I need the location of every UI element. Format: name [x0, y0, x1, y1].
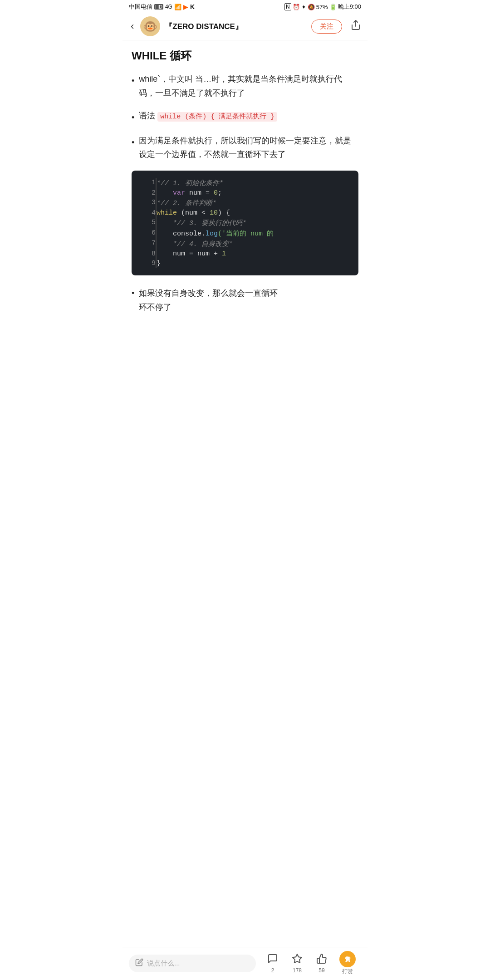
- follow-button[interactable]: 关注: [311, 20, 342, 34]
- code-span: 10: [210, 209, 218, 217]
- code-line-3: 3 *// 2. 条件判断*: [138, 198, 352, 208]
- line-code-2: var num = 0;: [156, 188, 352, 198]
- code-line-8: 8 num = num + 1: [138, 249, 352, 259]
- line-num-4: 4: [138, 208, 156, 218]
- code-span: (num <: [177, 209, 210, 217]
- code-inline-syntax: while (条件) { 满足条件就执行 }: [157, 112, 277, 122]
- code-span: num =: [185, 189, 214, 197]
- code-span: ;: [218, 189, 222, 197]
- code-span: *// 4. 自身改变*: [157, 240, 233, 248]
- bullet-text-1: while`，中文叫 当…时，其实就是当条件满足时就执行代码，一旦不满足了就不执…: [139, 72, 358, 100]
- bullet-list: • while`，中文叫 当…时，其实就是当条件满足时就执行代码，一旦不满足了就…: [132, 72, 358, 162]
- bluetooth-icon: ✦: [301, 4, 306, 10]
- time-text: 晚上9:00: [338, 3, 361, 11]
- alarm-icon: ⏰: [293, 4, 300, 10]
- line-num-9: 9: [138, 259, 156, 268]
- author-title: 『ZERO DISTANCE』: [165, 21, 307, 32]
- partial-bullet-text: 如果没有自身改变，那么就会一直循环环不停了: [139, 286, 358, 314]
- list-item: • 语法 while (条件) { 满足条件就执行 }: [132, 109, 358, 125]
- streaming-icon: ▶: [183, 3, 188, 10]
- line-code-1: *// 1. 初始化条件*: [156, 178, 352, 188]
- code-span: *// 1. 初始化条件*: [157, 180, 223, 187]
- bullet-dot-2: •: [132, 111, 134, 125]
- list-item: • while`，中文叫 当…时，其实就是当条件满足时就执行代码，一旦不满足了就…: [132, 72, 358, 100]
- bullet-dot-4: •: [132, 286, 134, 300]
- line-num-6: 6: [138, 228, 156, 239]
- code-line-9: 9 }: [138, 259, 352, 268]
- list-item: • 如果没有自身改变，那么就会一直循环环不停了: [132, 284, 358, 314]
- mute-icon: 🔕: [308, 4, 315, 10]
- code-line-2: 2 var num = 0;: [138, 188, 352, 198]
- line-code-8: num = num + 1: [156, 249, 352, 259]
- header: ‹ 🐵 『ZERO DISTANCE』 关注: [122, 13, 368, 40]
- logo-icon: K: [190, 3, 195, 10]
- line-code-6: console.log('当前的 num 的: [156, 228, 352, 239]
- code-span: *// 3. 要执行的代码*: [157, 220, 246, 227]
- bullet-text-3: 因为满足条件就执行，所以我们写的时候一定要注意，就是设定一个边界值，不然就一直循…: [139, 134, 358, 162]
- back-button[interactable]: ‹: [129, 19, 136, 34]
- code-span: var: [173, 189, 185, 197]
- bullet-dot-3: •: [132, 136, 134, 150]
- line-num-5: 5: [138, 218, 156, 228]
- code-span: log: [206, 230, 218, 238]
- code-span: ) {: [218, 209, 230, 217]
- line-code-7: *// 4. 自身改变*: [156, 239, 352, 249]
- line-code-3: *// 2. 条件判断*: [156, 198, 352, 208]
- code-span: console.: [157, 230, 206, 238]
- line-num-7: 7: [138, 239, 156, 249]
- wifi-icon: 📶: [174, 4, 181, 10]
- signal-icon: 4G: [165, 4, 172, 10]
- partial-bullet-list: • 如果没有自身改变，那么就会一直循环环不停了: [132, 284, 358, 314]
- battery-text: 57%: [316, 4, 328, 10]
- avatar: 🐵: [140, 16, 160, 36]
- code-line-4: 4 while (num < 10) {: [138, 208, 352, 218]
- line-num-3: 3: [138, 198, 156, 208]
- code-span: 0: [214, 189, 218, 197]
- list-item: • 因为满足条件就执行，所以我们写的时候一定要注意，就是设定一个边界值，不然就一…: [132, 134, 358, 162]
- line-num-8: 8: [138, 249, 156, 259]
- line-code-9: }: [156, 259, 352, 268]
- code-line-7: 7 *// 4. 自身改变*: [138, 239, 352, 249]
- status-bar: 中国电信 HD 4G 📶 ▶ K N ⏰ ✦ 🔕 57% 🔋 晚上9:00: [122, 0, 368, 13]
- code-span: 1: [222, 250, 226, 258]
- status-right: N ⏰ ✦ 🔕 57% 🔋 晚上9:00: [284, 3, 361, 11]
- line-num-1: 1: [138, 178, 156, 188]
- share-button[interactable]: [350, 20, 361, 33]
- code-block: 1 *// 1. 初始化条件* 2 var num = 0; 3 *// 2. …: [132, 171, 358, 275]
- code-line-1: 1 *// 1. 初始化条件*: [138, 178, 352, 188]
- carrier-text: 中国电信: [129, 3, 152, 11]
- hd-badge: HD: [154, 4, 163, 10]
- code-span: [157, 189, 173, 197]
- code-table: 1 *// 1. 初始化条件* 2 var num = 0; 3 *// 2. …: [138, 178, 352, 268]
- code-span: ('当前的 num 的: [218, 230, 274, 238]
- avatar-emoji: 🐵: [143, 20, 157, 34]
- battery-icon: 🔋: [329, 4, 337, 10]
- status-left: 中国电信 HD 4G 📶 ▶ K: [129, 3, 195, 11]
- line-code-4: while (num < 10) {: [156, 208, 352, 218]
- bullet-text-prefix-2: 语法: [139, 111, 157, 120]
- article-content: WHILE 循环 • while`，中文叫 当…时，其实就是当条件满足时就执行代…: [122, 40, 368, 359]
- code-span: num = num +: [157, 250, 222, 258]
- code-line-6: 6 console.log('当前的 num 的: [138, 228, 352, 239]
- code-span: while: [157, 209, 177, 217]
- code-span: }: [157, 260, 161, 267]
- bullet-dot-1: •: [132, 74, 134, 88]
- code-line-5: 5 *// 3. 要执行的代码*: [138, 218, 352, 228]
- article-title: WHILE 循环: [132, 49, 358, 63]
- bullet-content-2: 语法 while (条件) { 满足条件就执行 }: [139, 109, 358, 123]
- line-code-5: *// 3. 要执行的代码*: [156, 218, 352, 228]
- code-span: *// 2. 条件判断*: [157, 200, 216, 207]
- line-num-2: 2: [138, 188, 156, 198]
- nfc-icon: N: [284, 3, 291, 10]
